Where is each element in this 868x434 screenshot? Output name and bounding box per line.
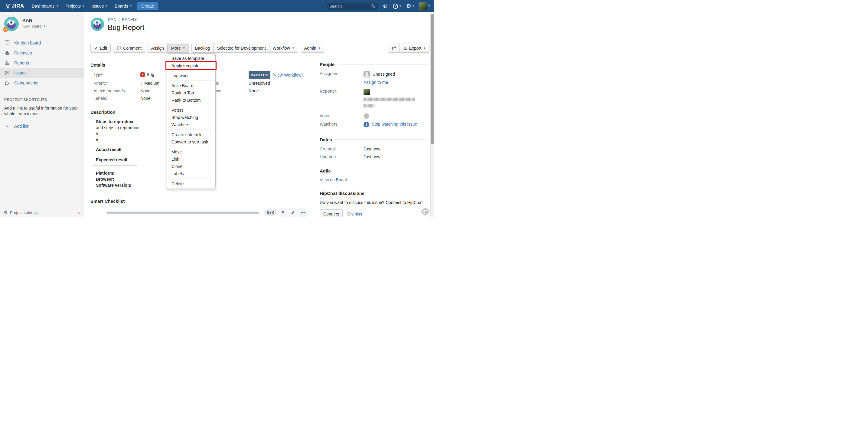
shortcuts-heading: PROJECT SHORTCUTS [4,98,79,102]
workflow-button[interactable]: Workflow ▼ [269,44,298,53]
announcements-button[interactable] [383,3,388,9]
reporter-email-redacted [364,98,415,101]
menu-item-apply-template[interactable]: Apply template [167,62,215,69]
board-switcher[interactable]: KAN board ▼ [22,24,46,28]
menu-item-create-sub-task[interactable]: Create sub-task [167,131,215,138]
page-scrollbar[interactable] [430,12,434,217]
search-icon[interactable] [371,4,375,8]
checklist-more-button[interactable]: ••• [299,208,307,217]
admin-settings-menu[interactable]: ⚙ ▼ [406,3,415,9]
breadcrumb-project-link[interactable]: KAN [108,17,117,22]
sidebar-item-releases[interactable]: Releases [0,48,84,58]
edit-button[interactable]: Edit [90,44,111,53]
add-link-button[interactable]: + Add link [4,123,79,129]
collapse-sidebar-icon[interactable]: « [78,210,81,215]
votes-label: Votes: [320,113,364,118]
nav-issues[interactable]: Issues▼ [88,0,111,12]
section-rule [335,140,430,140]
admin-button[interactable]: Admin ▼ [301,44,324,53]
menu-item-save-as-template[interactable]: Save as template [167,55,215,62]
jira-logo[interactable]: JIRA [5,3,24,9]
sidebar-item-label: Components [14,81,38,85]
menu-item-agile-board[interactable]: Agile Board [167,82,215,89]
menu-item-clone[interactable]: Clone [167,163,215,170]
menu-item-move[interactable]: Move [167,148,215,155]
chevron-down-icon: ▼ [43,25,46,28]
type-label: Type: [93,71,140,79]
dates-heading: Dates [320,137,332,142]
hipchat-dismiss-link[interactable]: Dismiss [347,211,362,216]
sidebar-item-kanban-board[interactable]: Kanban board [0,38,84,48]
status-value: BACKLOG(View Workflow) [249,71,314,79]
sidebar-item-issues[interactable]: Issues [0,68,84,78]
people-heading: People [320,62,335,67]
export-button[interactable]: Export ▼ [400,44,430,53]
user-profile-menu[interactable]: ▼ [419,2,430,10]
connect-label: Connect [323,211,339,216]
menu-item-watchers[interactable]: Watchers [167,121,215,128]
nav-boards[interactable]: Boards▼ [111,0,135,12]
share-button[interactable] [388,44,400,53]
menu-item-convert-to-sub-task[interactable]: Convert to sub-task [167,138,215,146]
reporter-label: Reporter: [320,89,364,93]
workflow-transition-group: Backlog Selected for Development Workflo… [191,44,298,53]
checklist-filter-button[interactable] [279,208,287,217]
sidebar-item-reports[interactable]: Reports [0,58,84,68]
issue-type-avatar [90,17,104,31]
nav-issues-label: Issues [92,4,104,8]
help-menu[interactable]: ? ▼ [393,4,402,9]
assign-to-me-link[interactable]: Assign to me [364,80,388,85]
menu-section-templates: Save as template Apply template [167,54,215,70]
selected-for-development-button[interactable]: Selected for Development [213,44,269,53]
view-workflow-link[interactable]: (View Workflow) [272,73,303,78]
menu-item-link[interactable]: Link [167,155,215,163]
hipchat-heading: HipChat discussions [320,191,365,196]
menu-item-voters[interactable]: Voters [167,107,215,114]
menu-item-delete[interactable]: Delete [167,180,215,187]
project-avatar[interactable]: <> [4,17,19,31]
assign-button[interactable]: Assign [148,44,167,53]
updated-label: Updated: [320,154,364,159]
menu-item-rank-to-top[interactable]: Rank to Top [167,89,215,96]
project-settings-label: Project settings [10,210,37,215]
chevron-down-icon: ▼ [399,5,402,7]
smart-checklist-heading: Smart Checklist [90,199,125,204]
menu-section-watch: Voters Stop watching Watchers [167,105,215,129]
menu-item-log-work[interactable]: Log work [167,72,215,79]
checklist-edit-button[interactable] [288,208,297,217]
affects-version-label: Affects Version/s: [93,87,140,94]
view-on-board-link[interactable]: View on Board [320,177,347,182]
fix-version-value: None [249,87,314,94]
create-button[interactable]: Create [137,2,158,10]
comment-button[interactable]: Comment [113,44,145,53]
menu-section-modify: Move Link Clone Labels [167,147,215,179]
sidebar-item-label: Kanban board [14,40,41,46]
menu-section-subtask: Create sub-task Convert to sub-task [167,129,215,147]
jira-issue-page: JIRA Dashboards▼ Projects▼ Issues▼ Board… [0,0,434,217]
hipchat-connect-button[interactable]: Connect [320,209,343,217]
shortcuts-text: Add a link to useful information for you… [4,105,79,117]
menu-item-apply-template-label: Apply template [172,63,199,68]
backlog-button[interactable]: Backlog [191,44,214,53]
priority-label: Priority: [93,80,140,87]
menu-item-labels[interactable]: Labels [167,170,215,177]
menu-item-rank-to-bottom[interactable]: Rank to Bottom [167,96,215,104]
checklist-progress-bar [106,211,259,214]
nav-projects[interactable]: Projects▼ [62,0,88,12]
search-box[interactable] [327,2,378,10]
scrollbar-thumb[interactable] [431,13,434,144]
breadcrumb-issue-link[interactable]: KAN-49 [122,17,137,22]
board-switcher-label: KAN board [22,24,42,28]
workflow-label: Workflow [273,46,290,51]
project-settings-button[interactable]: ⚙ Project settings « [0,208,84,217]
sidebar-item-components[interactable]: Components [0,78,84,88]
votes-value[interactable]: 0 [364,113,430,119]
menu-item-stop-watching[interactable]: Stop watching [167,114,215,121]
more-button[interactable]: More ▼ [167,44,189,53]
nav-dashboards[interactable]: Dashboards▼ [28,0,62,12]
add-link-label: Add link [14,124,29,128]
reports-bar-chart-icon [4,60,10,66]
stop-watching-link[interactable]: Stop watching this issue [372,122,417,126]
plus-icon: + [4,123,10,129]
search-input[interactable] [329,4,371,8]
